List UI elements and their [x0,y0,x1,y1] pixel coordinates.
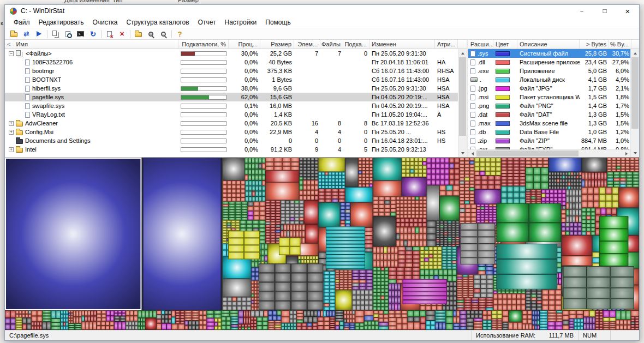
extension-row[interactable]: .msiПакет установщика Windo...1,5 GB1,8% [468,93,639,101]
scroll-up-button[interactable] [458,49,467,57]
extension-row[interactable]: .datФайл "DAT"1,3 GB1,5% [468,110,639,119]
column-header-size[interactable]: Размер [260,40,294,49]
column-header-pct[interactable]: % By... [609,40,631,49]
close-button[interactable]: × [616,5,639,17]
directory-row[interactable]: hiberfil.sys38,0%9,6 GBПн 25.05.20 9:31:… [5,84,467,93]
delete-permanently-button[interactable]: × [116,28,128,39]
scroll-right-button[interactable] [622,150,630,158]
extension-horizontal-scrollbar[interactable] [468,149,630,157]
list-panels: <ИмяПодкаталоги, %Проц...РазмерЭлем...Фа… [5,40,639,158]
open-folder-button[interactable] [8,28,20,39]
copy-path-button[interactable] [49,28,62,39]
menu-item-2[interactable]: Очистка [88,17,122,27]
extension-row[interactable]: .dbData Base File1,0 GB1,2% [468,128,639,136]
column-header-label: Элем... [297,41,318,47]
open-item-button[interactable] [62,28,74,39]
column-header-pct[interactable]: Проц... [229,40,260,49]
scroll-thumb[interactable] [476,151,579,157]
item-name: bootmgr [32,68,54,74]
column-header-changed[interactable]: Изменен [369,40,435,49]
scroll-thumb[interactable] [631,57,639,129]
directory-row[interactable]: swapfile.sys0,1%16,0 MBПн 04.05.20 20:19… [5,101,467,110]
column-header-subdirs[interactable]: Подка... [343,40,369,49]
extension-row[interactable]: .jpgФайл "JPG"1,7 GB2,1% [468,84,639,93]
scroll-track[interactable] [476,150,622,157]
maximize-button[interactable]: □ [593,5,616,17]
directory-row[interactable]: +Intel0,0%91,2 KB945Пн 25.05.20 9:32:13 [5,145,467,154]
directory-row[interactable]: Documents and Settings0,0%0000Пн 16.04.1… [5,136,467,145]
expand-icon[interactable]: + [9,130,14,135]
windirstat-window: C: - WinDirStat − □ × ФайлРедактироватьО… [4,4,640,341]
column-header-bar[interactable]: Подкаталоги, % [178,40,229,49]
directory-row[interactable]: +Config.Msi0,0%22,9 MB440Пн 25.05.20 ...… [5,128,467,136]
minimize-button[interactable]: − [570,5,593,17]
column-header-files[interactable]: Файлы [320,40,343,49]
directory-row[interactable]: pagefile.sys62,0%15,6 GBПн 04.05.20 20:1… [5,93,467,101]
extension-row[interactable]: .exeПриложение5,0 GB6,0% [468,67,639,75]
extension-vertical-scrollbar[interactable] [630,49,639,157]
directory-row[interactable]: BOOTNXT0,0%1 BytesСб 16.07.16 11:43:00HS… [5,75,467,84]
cell-attr: HA [435,58,458,67]
delete-permanently-icon: × [120,30,124,38]
column-header-ext[interactable]: Расши... [468,40,493,49]
scroll-track[interactable] [631,57,639,149]
background-window-text: к [1,20,3,26]
extension-row[interactable]: .sysСистемный файл25,8 GB30,7% [468,49,639,58]
extension-row[interactable]: .Локальный диск4,1 GB4,9% [468,75,639,84]
menu-item-6[interactable]: Помощь [261,17,295,27]
scroll-left-button[interactable] [468,150,476,158]
directory-row[interactable]: 108F325227060,0%40 BytesПт 20.04.18 11:0… [5,58,467,67]
directory-vertical-scrollbar[interactable] [458,49,467,157]
extension-row[interactable]: .max3dsMax scene file1,3 GB1,5% [468,119,639,128]
menu-item-1[interactable]: Редактировать [34,17,88,27]
column-header-desc[interactable]: Описание [517,40,580,49]
cell-subdirs: 0 [343,136,369,145]
refresh-all-button[interactable]: ⇄ [20,28,33,39]
titlebar[interactable]: C: - WinDirStat − □ × [5,5,639,17]
scroll-up-button[interactable] [631,49,639,57]
expand-icon[interactable]: + [9,121,14,126]
cell-value: A [437,111,441,118]
column-header-items[interactable]: Элем... [294,40,320,49]
color-swatch [496,77,510,82]
menu-item-5[interactable]: Настройки [220,17,261,27]
resume-scan-button[interactable] [33,28,45,39]
file-type-icon [470,68,475,74]
extension-row[interactable]: .dllРасширение приложения23,4 GB27,9% [468,58,639,67]
scroll-down-button[interactable] [458,149,467,157]
menu-item-0[interactable]: Файл [9,17,34,27]
cell-size: 20,5 KB [260,119,294,128]
extension-row[interactable]: .zipФайл "ZIP"884,7 MB1,0% [468,136,639,145]
cell-pct: 1,8% [609,93,631,101]
collapse-icon[interactable]: − [9,51,14,56]
column-header-name[interactable]: <Имя [5,40,178,49]
help-button[interactable]: ? [174,28,186,39]
cell-subdirs [343,101,369,110]
directory-row[interactable]: VRayLog.txt0,0%1,4 KBПн 11.05.20 19:04:.… [5,110,467,119]
column-header-bytes[interactable]: > Bytes [580,40,609,49]
refresh-selected-button[interactable]: ↻ [87,28,99,39]
expand-icon[interactable]: + [9,147,14,152]
zoom-in-button[interactable]: + [145,28,157,39]
color-swatch [496,95,510,100]
menu-item-3[interactable]: Структура каталогов [122,17,193,27]
directory-row[interactable]: +AdwCleaner0,0%20,5 KB1688Вс 17.03.19 12… [5,119,467,128]
extension-name: .sys [478,50,488,57]
indent [7,71,18,71]
explorer-here-button[interactable] [132,28,145,39]
treemap-canvas[interactable] [5,158,639,330]
scroll-track[interactable] [458,57,467,149]
extension-row[interactable]: .pngФайл "PNG"1,4 GB1,7% [468,101,639,110]
command-prompt-here-button[interactable] [74,28,87,39]
directory-row[interactable]: −<Файлы>30,0%25,2 GB770Пн 25.05.20 9:31:… [5,49,467,58]
cell-pct: 4,9% [609,75,631,84]
scroll-thumb[interactable] [459,57,466,136]
column-header-attr[interactable]: Атри... [435,40,458,49]
column-header-color[interactable]: Цвет [493,40,517,49]
delete-to-recycle-bin-button[interactable] [103,28,116,39]
menu-item-4[interactable]: Отчет [194,17,220,27]
arrow-right-icon [625,152,628,155]
directory-row[interactable]: bootmgr0,0%375,3 KBСб 16.07.16 11:43:00R… [5,67,467,75]
scroll-down-button[interactable] [631,149,639,157]
zoom-out-button[interactable]: − [157,28,170,39]
